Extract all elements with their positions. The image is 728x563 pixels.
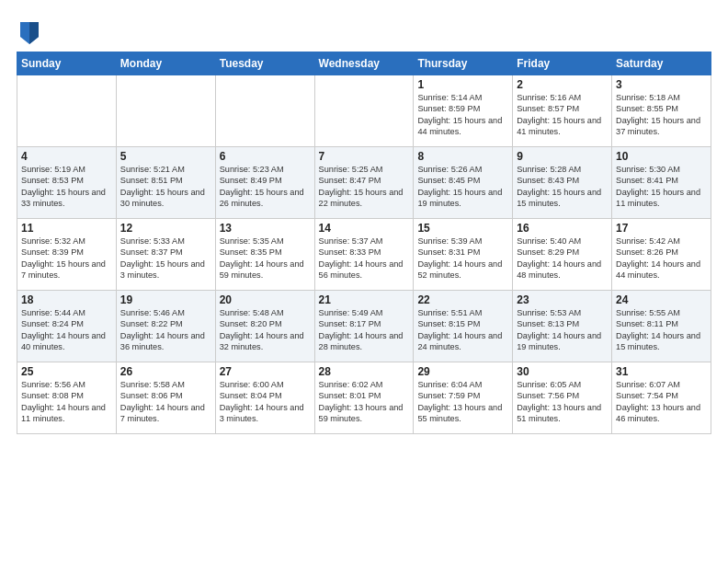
calendar-cell: 15Sunrise: 5:39 AM Sunset: 8:31 PM Dayli…: [414, 219, 513, 291]
calendar-cell: 9Sunrise: 5:28 AM Sunset: 8:43 PM Daylig…: [513, 147, 612, 219]
calendar-cell: [314, 75, 414, 147]
cell-info: Sunrise: 5:30 AM Sunset: 8:41 PM Dayligh…: [616, 164, 707, 210]
calendar-cell: 27Sunrise: 6:00 AM Sunset: 8:04 PM Dayli…: [215, 362, 314, 434]
day-number: 20: [220, 293, 311, 306]
weekday-header: Sunday: [17, 52, 117, 75]
calendar-cell: 12Sunrise: 5:33 AM Sunset: 8:37 PM Dayli…: [116, 219, 215, 291]
calendar-week-row: 18Sunrise: 5:44 AM Sunset: 8:24 PM Dayli…: [17, 291, 711, 362]
day-number: 28: [319, 365, 410, 378]
cell-info: Sunrise: 5:21 AM Sunset: 8:51 PM Dayligh…: [120, 164, 211, 210]
day-number: 11: [21, 222, 112, 235]
day-number: 14: [319, 222, 410, 235]
cell-info: Sunrise: 5:49 AM Sunset: 8:17 PM Dayligh…: [319, 307, 410, 353]
cell-info: Sunrise: 5:46 AM Sunset: 8:22 PM Dayligh…: [120, 307, 211, 353]
calendar-cell: [17, 75, 117, 147]
day-number: 16: [517, 222, 608, 235]
calendar-cell: 10Sunrise: 5:30 AM Sunset: 8:41 PM Dayli…: [612, 147, 711, 219]
day-number: 29: [417, 365, 508, 378]
calendar-cell: [215, 75, 314, 147]
cell-info: Sunrise: 6:04 AM Sunset: 7:59 PM Dayligh…: [417, 379, 508, 425]
calendar-header: SundayMondayTuesdayWednesdayThursdayFrid…: [17, 52, 711, 75]
calendar-cell: 18Sunrise: 5:44 AM Sunset: 8:24 PM Dayli…: [17, 291, 117, 362]
day-number: 7: [319, 150, 410, 163]
cell-info: Sunrise: 5:19 AM Sunset: 8:53 PM Dayligh…: [21, 164, 112, 210]
day-number: 9: [517, 150, 608, 163]
day-number: 10: [616, 150, 707, 163]
header: [17, 15, 711, 44]
calendar-week-row: 25Sunrise: 5:56 AM Sunset: 8:08 PM Dayli…: [17, 362, 711, 434]
day-number: 8: [417, 150, 508, 163]
calendar-cell: 25Sunrise: 5:56 AM Sunset: 8:08 PM Dayli…: [17, 362, 117, 434]
calendar-cell: 30Sunrise: 6:05 AM Sunset: 7:56 PM Dayli…: [513, 362, 612, 434]
day-number: 31: [616, 365, 707, 378]
logo-icon: [18, 18, 40, 44]
calendar-cell: 1Sunrise: 5:14 AM Sunset: 8:59 PM Daylig…: [414, 75, 513, 147]
calendar-cell: [116, 75, 215, 147]
cell-info: Sunrise: 5:37 AM Sunset: 8:33 PM Dayligh…: [319, 236, 410, 282]
cell-info: Sunrise: 5:51 AM Sunset: 8:15 PM Dayligh…: [417, 307, 508, 353]
cell-info: Sunrise: 5:42 AM Sunset: 8:26 PM Dayligh…: [616, 236, 707, 282]
weekday-row: SundayMondayTuesdayWednesdayThursdayFrid…: [17, 52, 711, 75]
calendar-cell: 23Sunrise: 5:53 AM Sunset: 8:13 PM Dayli…: [513, 291, 612, 362]
weekday-header: Tuesday: [215, 52, 314, 75]
calendar-cell: 16Sunrise: 5:40 AM Sunset: 8:29 PM Dayli…: [513, 219, 612, 291]
cell-info: Sunrise: 6:07 AM Sunset: 7:54 PM Dayligh…: [616, 379, 707, 425]
cell-info: Sunrise: 5:23 AM Sunset: 8:49 PM Dayligh…: [220, 164, 311, 210]
day-number: 25: [21, 365, 112, 378]
calendar-cell: 6Sunrise: 5:23 AM Sunset: 8:49 PM Daylig…: [215, 147, 314, 219]
calendar-cell: 20Sunrise: 5:48 AM Sunset: 8:20 PM Dayli…: [215, 291, 314, 362]
weekday-header: Wednesday: [314, 52, 414, 75]
logo: [17, 18, 40, 44]
weekday-header: Saturday: [612, 52, 711, 75]
calendar-week-row: 4Sunrise: 5:19 AM Sunset: 8:53 PM Daylig…: [17, 147, 711, 219]
cell-info: Sunrise: 5:32 AM Sunset: 8:39 PM Dayligh…: [21, 236, 112, 282]
cell-info: Sunrise: 5:56 AM Sunset: 8:08 PM Dayligh…: [21, 379, 112, 425]
weekday-header: Monday: [116, 52, 215, 75]
svg-marker-1: [29, 22, 39, 44]
cell-info: Sunrise: 5:14 AM Sunset: 8:59 PM Dayligh…: [417, 92, 508, 138]
day-number: 19: [120, 293, 211, 306]
cell-info: Sunrise: 5:39 AM Sunset: 8:31 PM Dayligh…: [417, 236, 508, 282]
cell-info: Sunrise: 5:53 AM Sunset: 8:13 PM Dayligh…: [517, 307, 608, 353]
day-number: 15: [417, 222, 508, 235]
day-number: 24: [616, 293, 707, 306]
cell-info: Sunrise: 5:18 AM Sunset: 8:55 PM Dayligh…: [616, 92, 707, 138]
day-number: 27: [220, 365, 311, 378]
day-number: 12: [120, 222, 211, 235]
cell-info: Sunrise: 6:05 AM Sunset: 7:56 PM Dayligh…: [517, 379, 608, 425]
calendar-cell: 26Sunrise: 5:58 AM Sunset: 8:06 PM Dayli…: [116, 362, 215, 434]
calendar-cell: 19Sunrise: 5:46 AM Sunset: 8:22 PM Dayli…: [116, 291, 215, 362]
day-number: 13: [220, 222, 311, 235]
cell-info: Sunrise: 5:40 AM Sunset: 8:29 PM Dayligh…: [517, 236, 608, 282]
calendar-table: SundayMondayTuesdayWednesdayThursdayFrid…: [17, 52, 711, 434]
cell-info: Sunrise: 5:55 AM Sunset: 8:11 PM Dayligh…: [616, 307, 707, 353]
calendar-cell: 8Sunrise: 5:26 AM Sunset: 8:45 PM Daylig…: [414, 147, 513, 219]
cell-info: Sunrise: 6:02 AM Sunset: 8:01 PM Dayligh…: [319, 379, 410, 425]
calendar-cell: 21Sunrise: 5:49 AM Sunset: 8:17 PM Dayli…: [314, 291, 414, 362]
cell-info: Sunrise: 5:35 AM Sunset: 8:35 PM Dayligh…: [220, 236, 311, 282]
day-number: 17: [616, 222, 707, 235]
calendar-cell: 5Sunrise: 5:21 AM Sunset: 8:51 PM Daylig…: [116, 147, 215, 219]
calendar-page: SundayMondayTuesdayWednesdayThursdayFrid…: [0, 0, 728, 443]
day-number: 22: [417, 293, 508, 306]
calendar-cell: 14Sunrise: 5:37 AM Sunset: 8:33 PM Dayli…: [314, 219, 414, 291]
calendar-cell: 13Sunrise: 5:35 AM Sunset: 8:35 PM Dayli…: [215, 219, 314, 291]
weekday-header: Friday: [513, 52, 612, 75]
cell-info: Sunrise: 5:25 AM Sunset: 8:47 PM Dayligh…: [319, 164, 410, 210]
calendar-cell: 24Sunrise: 5:55 AM Sunset: 8:11 PM Dayli…: [612, 291, 711, 362]
cell-info: Sunrise: 5:28 AM Sunset: 8:43 PM Dayligh…: [517, 164, 608, 210]
day-number: 26: [120, 365, 211, 378]
calendar-body: 1Sunrise: 5:14 AM Sunset: 8:59 PM Daylig…: [17, 75, 711, 434]
cell-info: Sunrise: 5:44 AM Sunset: 8:24 PM Dayligh…: [21, 307, 112, 353]
calendar-week-row: 11Sunrise: 5:32 AM Sunset: 8:39 PM Dayli…: [17, 219, 711, 291]
day-number: 21: [319, 293, 410, 306]
cell-info: Sunrise: 6:00 AM Sunset: 8:04 PM Dayligh…: [220, 379, 311, 425]
calendar-cell: 11Sunrise: 5:32 AM Sunset: 8:39 PM Dayli…: [17, 219, 117, 291]
calendar-cell: 31Sunrise: 6:07 AM Sunset: 7:54 PM Dayli…: [612, 362, 711, 434]
calendar-cell: 29Sunrise: 6:04 AM Sunset: 7:59 PM Dayli…: [414, 362, 513, 434]
day-number: 23: [517, 293, 608, 306]
day-number: 6: [220, 150, 311, 163]
calendar-week-row: 1Sunrise: 5:14 AM Sunset: 8:59 PM Daylig…: [17, 75, 711, 147]
calendar-cell: 17Sunrise: 5:42 AM Sunset: 8:26 PM Dayli…: [612, 219, 711, 291]
calendar-cell: 2Sunrise: 5:16 AM Sunset: 8:57 PM Daylig…: [513, 75, 612, 147]
